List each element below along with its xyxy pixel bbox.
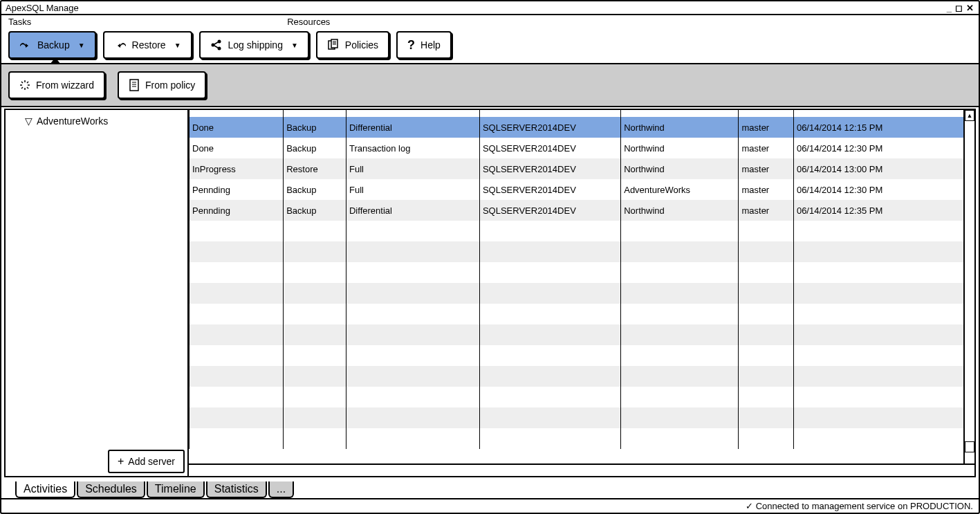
column-header[interactable]: [793, 110, 974, 117]
backup-button[interactable]: Backup ▼: [8, 31, 96, 59]
table-row-empty: [189, 407, 974, 428]
svg-point-0: [211, 44, 214, 47]
vertical-scrollbar[interactable]: ▲: [963, 110, 974, 463]
tab-activities[interactable]: Activities: [15, 481, 75, 498]
svg-line-17: [27, 82, 28, 83]
from-wizard-label: From wizzard: [36, 80, 94, 91]
sub-ribbon: From wizzard From policy: [1, 63, 979, 107]
table-row-empty: [189, 387, 974, 407]
column-header[interactable]: [621, 110, 739, 117]
dropdown-caret-icon: ▼: [291, 42, 298, 49]
table-row-empty: [189, 324, 974, 345]
table-row[interactable]: DoneBackupTransaction logSQLSERVER2014DE…: [189, 138, 974, 158]
log-shipping-label: Log shipping: [228, 39, 283, 51]
cell: master: [739, 179, 793, 200]
cell: SQLSERVER2014DEV: [479, 117, 620, 138]
cell: SQLSERVER2014DEV: [479, 200, 620, 221]
add-server-button[interactable]: + Add server: [108, 450, 185, 473]
from-policy-label: From policy: [145, 80, 195, 91]
column-header[interactable]: [739, 110, 793, 117]
maximize-button[interactable]: ◻: [955, 3, 963, 13]
tree-item-label: AdventureWorks: [37, 116, 108, 127]
table-row-empty: [189, 428, 974, 449]
cell: SQLSERVER2014DEV: [479, 138, 620, 158]
cell: Done: [189, 117, 284, 138]
ribbon-label-tasks: Tasks: [8, 17, 31, 27]
cell: master: [739, 200, 793, 221]
help-button[interactable]: ? Help: [396, 31, 452, 59]
cell: Transaction log: [346, 138, 479, 158]
table-row-empty: [189, 304, 974, 324]
cell: Pennding: [189, 200, 284, 221]
restore-label: Restore: [132, 39, 166, 51]
ribbon: Backup ▼ Restore ▼ Log shipping ▼ Polici…: [1, 27, 979, 63]
svg-point-2: [217, 47, 221, 51]
from-wizard-button[interactable]: From wizzard: [8, 71, 105, 99]
check-icon: ✓: [746, 501, 753, 511]
table-row[interactable]: InProgressRestoreFullSQLSERVER2014DEVNor…: [189, 158, 974, 179]
tree-view[interactable]: ▽ AdventureWorks: [6, 110, 187, 447]
horizontal-scrollbar[interactable]: [189, 463, 974, 476]
from-policy-button[interactable]: From policy: [118, 71, 206, 99]
expand-caret-icon[interactable]: ▽: [25, 116, 33, 127]
table-row-empty: [189, 283, 974, 304]
ribbon-label-resources: Resources: [287, 17, 330, 27]
spinner-icon: [19, 80, 30, 91]
cell: 06/14/2014 13:00 PM: [793, 158, 974, 179]
minimize-button[interactable]: _: [947, 3, 952, 13]
close-button[interactable]: ✕: [966, 3, 974, 13]
cell: Northwind: [621, 138, 739, 158]
table-row-empty: [189, 221, 974, 241]
cell: Backup: [284, 117, 346, 138]
document-icon: [129, 79, 140, 91]
titlebar: ApexSQL Manage _ ◻ ✕: [1, 1, 979, 15]
dropdown-caret-icon: ▼: [174, 42, 181, 49]
cell: Northwind: [621, 200, 739, 221]
column-header[interactable]: [284, 110, 346, 117]
cell: Backup: [284, 179, 346, 200]
column-header[interactable]: [189, 110, 284, 117]
table-row[interactable]: PenndingBackupFullSQLSERVER2014DEVAdvent…: [189, 179, 974, 200]
table-row[interactable]: PenndingBackupDifferentialSQLSERVER2014D…: [189, 200, 974, 221]
cell: Northwind: [621, 158, 739, 179]
table-row[interactable]: DoneBackupDifferentialSQLSERVER2014DEVNo…: [189, 117, 974, 138]
column-header[interactable]: [346, 110, 479, 117]
cell: Differential: [346, 200, 479, 221]
cell: AdventureWorks: [621, 179, 739, 200]
cell: Pennding: [189, 179, 284, 200]
tab-[interactable]: ...: [268, 481, 294, 498]
cell: 06/14/2014 12:30 PM: [793, 179, 974, 200]
scroll-up-icon[interactable]: ▲: [965, 110, 974, 121]
tab-statistics[interactable]: Statistics: [206, 481, 267, 498]
add-server-label: Add server: [128, 456, 175, 467]
help-label: Help: [420, 39, 441, 51]
scroll-thumb[interactable]: [965, 441, 974, 452]
svg-point-1: [217, 40, 221, 44]
policies-button[interactable]: Policies: [316, 31, 389, 59]
tree-item-adventureworks[interactable]: ▽ AdventureWorks: [11, 114, 182, 128]
svg-line-14: [21, 82, 23, 83]
table-row-empty: [189, 345, 974, 366]
plus-icon: +: [118, 455, 124, 468]
cell: 06/14/2014 12:15 PM: [793, 117, 974, 138]
cell: InProgress: [189, 158, 284, 179]
log-shipping-button[interactable]: Log shipping ▼: [199, 31, 309, 59]
svg-line-3: [214, 42, 218, 44]
cell: Restore: [284, 158, 346, 179]
tab-timeline[interactable]: Timeline: [147, 481, 205, 498]
grid-table[interactable]: DoneBackupDifferentialSQLSERVER2014DEVNo…: [189, 110, 974, 449]
cell: master: [739, 158, 793, 179]
restore-icon: [114, 40, 127, 50]
cell: Full: [346, 158, 479, 179]
cell: Backup: [284, 138, 346, 158]
bottom-tabs: ActivitiesSchedulesTimelineStatistics...: [1, 479, 979, 498]
share-icon: [210, 39, 223, 51]
column-header[interactable]: [479, 110, 620, 117]
status-bar: ✓ Connected to management service on PRO…: [1, 498, 979, 513]
cell: 06/14/2014 12:30 PM: [793, 138, 974, 158]
data-grid[interactable]: DoneBackupDifferentialSQLSERVER2014DEVNo…: [189, 110, 974, 476]
restore-button[interactable]: Restore ▼: [103, 31, 192, 59]
table-row-empty: [189, 262, 974, 283]
tab-schedules[interactable]: Schedules: [77, 481, 145, 498]
cell: master: [739, 138, 793, 158]
